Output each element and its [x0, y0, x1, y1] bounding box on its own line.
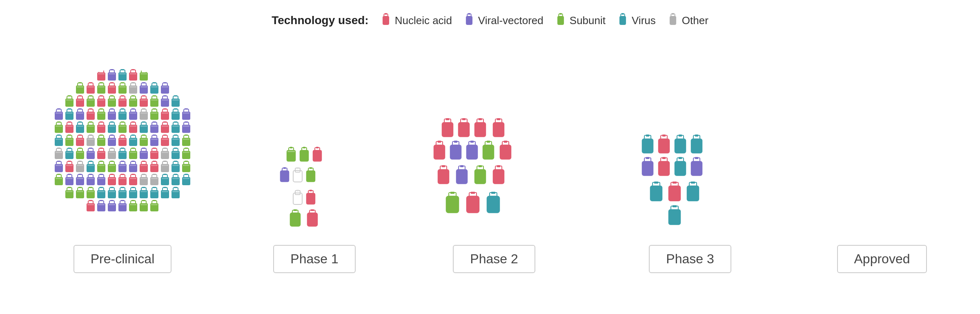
svg-rect-324	[183, 152, 189, 153]
svg-rect-33	[142, 69, 145, 70]
svg-rect-284	[77, 152, 83, 153]
svg-rect-348	[109, 165, 115, 166]
svg-rect-550	[466, 145, 478, 159]
svg-rect-606	[654, 182, 658, 184]
svg-rect-292	[98, 152, 105, 153]
svg-rect-312	[151, 152, 158, 153]
svg-rect-604	[650, 186, 662, 201]
phase-1: Phase 1	[253, 143, 376, 273]
svg-rect-570	[497, 165, 500, 167]
legend-label-virus: Virus	[632, 14, 656, 27]
legend-title: Technology used:	[272, 14, 369, 27]
svg-rect-571	[446, 196, 459, 213]
svg-rect-28	[119, 73, 126, 74]
svg-rect-522	[296, 190, 299, 191]
svg-rect-368	[162, 165, 168, 166]
svg-rect-200	[130, 126, 136, 127]
svg-rect-600	[679, 157, 682, 159]
svg-rect-20	[98, 73, 105, 74]
svg-rect-268	[172, 139, 179, 140]
legend-item-subunit: Subunit	[555, 13, 606, 28]
svg-rect-276	[56, 152, 62, 153]
svg-rect-24	[109, 73, 115, 74]
svg-rect-516	[296, 167, 299, 169]
svg-rect-597	[662, 157, 666, 159]
svg-rect-546	[438, 141, 441, 143]
svg-rect-609	[673, 182, 677, 184]
svg-rect-537	[462, 118, 466, 120]
svg-rect-565	[474, 169, 486, 184]
svg-rect-2	[385, 13, 387, 15]
svg-rect-296	[109, 152, 115, 153]
other-icon	[667, 13, 679, 28]
svg-rect-132	[87, 112, 94, 114]
svg-rect-582	[646, 135, 649, 137]
svg-rect-88	[98, 99, 105, 101]
svg-rect-17	[100, 69, 103, 70]
phase2-bottles	[433, 118, 555, 233]
svg-rect-14	[672, 13, 674, 15]
svg-rect-594	[646, 157, 649, 159]
svg-rect-534	[446, 118, 449, 120]
svg-rect-585	[662, 135, 666, 137]
svg-rect-460	[140, 191, 147, 192]
svg-rect-300	[119, 152, 126, 153]
svg-rect-528	[294, 209, 297, 211]
svg-rect-504	[287, 151, 295, 152]
svg-rect-568	[493, 169, 504, 184]
nucleic-icon	[380, 13, 392, 28]
svg-rect-436	[77, 191, 83, 192]
svg-rect-476	[87, 204, 94, 205]
svg-rect-595	[658, 161, 670, 176]
svg-rect-9	[619, 16, 626, 25]
phase1-label: Phase 1	[273, 245, 355, 273]
virus-icon	[617, 13, 628, 28]
svg-rect-232	[77, 139, 83, 140]
svg-rect-124	[66, 112, 73, 114]
svg-rect-0	[383, 16, 389, 25]
svg-rect-340	[87, 165, 94, 166]
svg-rect-519	[310, 167, 312, 169]
svg-rect-586	[675, 139, 686, 153]
svg-rect-272	[183, 139, 189, 140]
svg-rect-68	[151, 86, 158, 87]
svg-rect-120	[56, 112, 62, 114]
legend-label-nucleic: Nucleic acid	[395, 14, 452, 27]
svg-rect-579	[491, 192, 495, 194]
svg-rect-452	[119, 191, 126, 192]
svg-rect-500	[151, 204, 158, 205]
svg-rect-80	[77, 99, 83, 101]
svg-rect-561	[442, 165, 445, 167]
approved-label: Approved	[837, 245, 927, 273]
legend-label-viral: Viral-vectored	[478, 14, 543, 27]
svg-rect-468	[162, 191, 168, 192]
svg-rect-380	[56, 178, 62, 179]
svg-rect-526	[290, 213, 301, 227]
phase-approved: Approved	[833, 135, 931, 273]
svg-rect-456	[130, 191, 136, 192]
svg-rect-176	[66, 126, 73, 127]
svg-rect-76	[66, 99, 73, 101]
svg-rect-44	[87, 86, 94, 87]
svg-rect-220	[183, 126, 189, 127]
svg-rect-408	[130, 178, 136, 179]
svg-rect-552	[470, 141, 474, 143]
preclinical-svg	[37, 61, 208, 233]
svg-rect-531	[311, 209, 314, 211]
svg-rect-529	[307, 213, 318, 227]
svg-rect-553	[483, 145, 494, 159]
svg-rect-360	[140, 165, 147, 166]
svg-rect-136	[98, 112, 105, 114]
svg-rect-603	[695, 157, 698, 159]
svg-rect-11	[621, 13, 624, 15]
svg-rect-344	[98, 165, 105, 166]
svg-rect-252	[130, 139, 136, 140]
svg-rect-48	[98, 86, 105, 87]
svg-rect-574	[466, 196, 479, 213]
legend-item-viral: Viral-vectored	[463, 13, 543, 28]
legend: Technology used: Nucleic acid Viral-vect…	[0, 0, 980, 36]
svg-rect-396	[98, 178, 105, 179]
svg-rect-3	[466, 16, 472, 25]
phase1-svg	[274, 143, 355, 233]
svg-rect-184	[87, 126, 94, 127]
